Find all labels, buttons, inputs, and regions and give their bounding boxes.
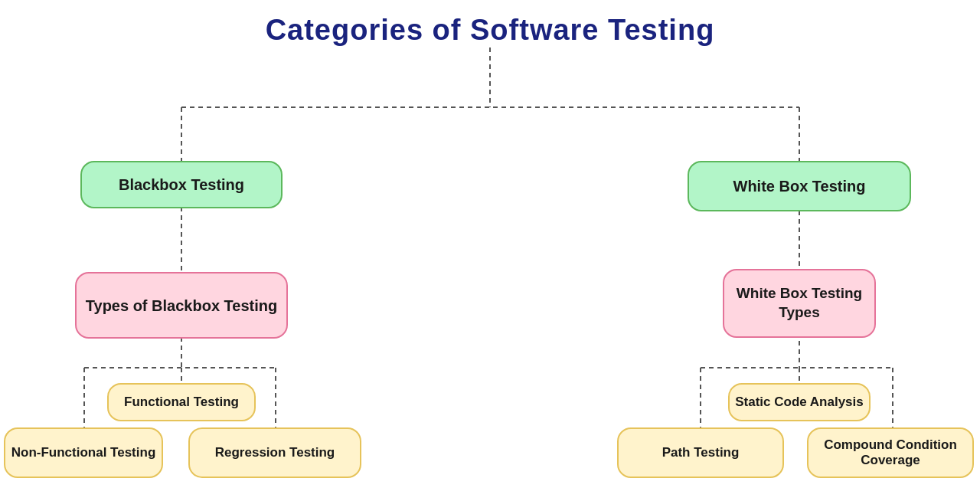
nonfunctional-testing-node: Non-Functional Testing <box>4 427 163 478</box>
blackbox-testing-node: Blackbox Testing <box>80 161 283 208</box>
blackbox-types-node: Types of Blackbox Testing <box>75 272 288 339</box>
regression-testing-node: Regression Testing <box>188 427 361 478</box>
whitebox-types-node: White Box Testing Types <box>723 269 876 338</box>
compound-condition-node: Compound Condition Coverage <box>807 427 974 478</box>
page-title: Categories of Software Testing <box>0 0 980 47</box>
whitebox-testing-node: White Box Testing <box>688 161 911 211</box>
diagram-container: Categories of Software Testing <box>0 0 980 488</box>
path-testing-node: Path Testing <box>617 427 784 478</box>
static-code-analysis-node: Static Code Analysis <box>728 383 871 421</box>
functional-testing-node: Functional Testing <box>107 383 256 421</box>
